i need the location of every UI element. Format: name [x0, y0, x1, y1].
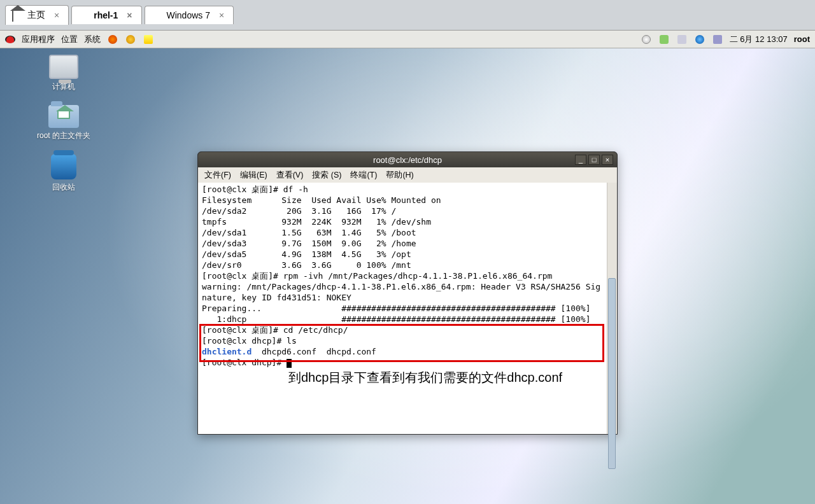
vm-tab-label: rhel-1 — [94, 10, 118, 20]
desktop-home-folder[interactable]: root 的主文件夹 — [37, 105, 90, 141]
mail-icon[interactable] — [126, 35, 135, 44]
vm-tab-home[interactable]: 主页 × — [5, 5, 69, 25]
maximize-button[interactable]: □ — [588, 155, 600, 165]
desktop-label: root 的主文件夹 — [37, 130, 90, 141]
terminal-output: [root@clx 桌面]# df -h Filesystem Size Use… — [202, 184, 616, 433]
menu-applications[interactable]: 应用程序 — [22, 34, 55, 45]
desktop-label: 回收站 — [52, 182, 75, 193]
menu-view[interactable]: 查看(V) — [276, 170, 304, 181]
desktop[interactable]: 计算机 root 的主文件夹 回收站 root@clx:/etc/dhcp _ … — [0, 48, 815, 504]
gnome-top-panel: 应用程序 位置 系统 二 6月 12 13:07 root — [0, 31, 815, 48]
bluetooth-icon[interactable] — [695, 35, 704, 44]
menu-system[interactable]: 系统 — [84, 34, 101, 45]
redhat-icon[interactable] — [5, 36, 15, 43]
menu-edit[interactable]: 编辑(E) — [240, 170, 267, 181]
minimize-button[interactable]: _ — [575, 155, 586, 165]
network-icon[interactable] — [713, 35, 722, 44]
vm-tab-windows[interactable]: Windows 7 × — [145, 6, 234, 24]
vm-tab-label: Windows 7 — [167, 10, 210, 20]
scrollbar-thumb[interactable] — [608, 278, 616, 469]
folder-home-icon — [48, 105, 79, 128]
volume-icon[interactable] — [677, 35, 686, 44]
user-menu[interactable]: root — [794, 34, 810, 44]
rhel-icon — [78, 11, 89, 20]
terminal-body[interactable]: [root@clx 桌面]# df -h Filesystem Size Use… — [198, 183, 617, 434]
menu-help[interactable]: 帮助(H) — [386, 170, 413, 181]
cpu-monitor-icon[interactable] — [642, 35, 651, 44]
terminal-title-text: root@clx:/etc/dhcp — [373, 155, 442, 165]
clock[interactable]: 二 6月 12 13:07 — [730, 34, 788, 45]
menu-places[interactable]: 位置 — [61, 34, 78, 45]
close-icon[interactable]: × — [54, 10, 59, 20]
firefox-icon[interactable] — [108, 35, 117, 44]
vm-tab-label: 主页 — [27, 10, 45, 21]
terminal-menubar: 文件(F) 编辑(E) 查看(V) 搜索 (S) 终端(T) 帮助(H) — [198, 167, 617, 183]
desktop-computer[interactable]: 计算机 — [49, 55, 78, 92]
close-button[interactable]: × — [602, 155, 613, 165]
desktop-trash[interactable]: 回收站 — [51, 154, 76, 193]
notes-icon[interactable] — [144, 35, 153, 44]
menu-terminal[interactable]: 终端(T) — [350, 170, 377, 181]
home-icon — [12, 11, 22, 20]
cursor-icon — [287, 359, 292, 368]
terminal-titlebar[interactable]: root@clx:/etc/dhcp _ □ × — [198, 152, 617, 167]
terminal-scrollbar[interactable] — [607, 183, 617, 434]
terminal-window: root@clx:/etc/dhcp _ □ × 文件(F) 编辑(E) 查看(… — [197, 151, 618, 435]
close-icon[interactable]: × — [127, 10, 132, 20]
vm-tab-rhel[interactable]: rhel-1 × — [71, 6, 141, 24]
computer-icon — [49, 55, 78, 79]
annotation-text: 到dhcp目录下查看到有我们需要的文件dhcp.conf — [287, 368, 563, 387]
trash-icon — [51, 154, 76, 179]
close-icon[interactable]: × — [219, 10, 224, 20]
update-icon[interactable] — [660, 35, 669, 44]
vm-tab-bar: 主页 × rhel-1 × Windows 7 × — [0, 0, 815, 31]
menu-search[interactable]: 搜索 (S) — [312, 170, 341, 181]
menu-file[interactable]: 文件(F) — [204, 170, 231, 181]
windows-icon — [152, 11, 162, 20]
